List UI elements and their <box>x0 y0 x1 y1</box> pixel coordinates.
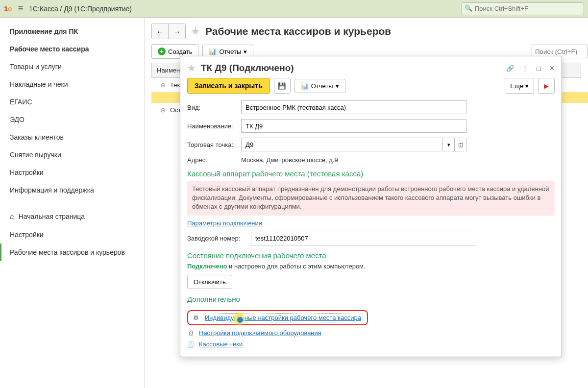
reports-label: Отчеты <box>311 82 333 90</box>
search-icon: 🔍 <box>465 4 472 12</box>
receipts-row: 🧾 Кассовые чеки <box>187 340 555 348</box>
sidebar-item-goods[interactable]: Товары и услуги <box>0 58 144 75</box>
kebab-icon[interactable]: ⋮ <box>522 65 528 72</box>
row-addr: Адрес: Москва, Дмитровское шоссе, д.9 <box>187 156 555 164</box>
dialog-head-icons: 🔗 ⋮ ◻ ✕ <box>506 65 555 72</box>
link-icon[interactable]: 🔗 <box>506 65 514 72</box>
sidebar-settings-2[interactable]: Настройки <box>0 226 144 243</box>
row-name: Наименование: <box>187 119 555 133</box>
hw-settings-link[interactable]: Настройки подключаемого оборудования <box>199 329 321 337</box>
dialog-title: ТК Д9 (Подключено) <box>201 63 294 73</box>
individual-settings-link[interactable]: Индивидуальные настройки рабочего места … <box>203 313 363 322</box>
point-input[interactable] <box>241 138 443 151</box>
collapse-icon[interactable]: ⊖ <box>160 81 167 89</box>
content: ← → ★ Рабочие места кассиров и курьеров … <box>145 18 588 388</box>
dialog-toolbar: Записать и закрыть 💾 📊Отчеты ▾ Еще ▾ ▶ <box>187 78 555 94</box>
sidebar-item-withdrawal[interactable]: Снятие выручки <box>0 146 144 164</box>
maximize-icon[interactable]: ◻ <box>536 65 541 72</box>
section-conn-title: Состояние подключения рабочего места <box>187 251 555 260</box>
create-label: Создать <box>168 48 192 55</box>
app-title: 1С:Касса / Д9 (1С:Предприятие) <box>29 5 132 13</box>
dialog-workplace: ★ ТК Д9 (Подключено) 🔗 ⋮ ◻ ✕ Записать и … <box>180 56 562 357</box>
nav-back-button[interactable]: ← <box>152 24 169 39</box>
point-label: Торговая точка: <box>187 141 241 148</box>
favorite-icon[interactable]: ★ <box>191 25 200 38</box>
sidebar-item-orders[interactable]: Заказы клиентов <box>0 128 144 146</box>
reports-label: Отчеты <box>219 48 241 55</box>
global-search-input[interactable] <box>462 2 584 15</box>
serial-input[interactable] <box>251 232 476 245</box>
row-point: Торговая точка: ▾ ◫ <box>187 138 555 151</box>
receipt-icon: 🧾 <box>187 340 195 348</box>
open-button[interactable]: ◫ <box>455 138 466 151</box>
conn-params-link[interactable]: Параметры подключения <box>187 219 262 227</box>
reports-button-2[interactable]: 📊Отчеты ▾ <box>294 79 345 93</box>
sidebar-section: Начальная страница Настройки Рабочие мес… <box>0 204 144 261</box>
page-header: ← → ★ Рабочие места кассиров и курьеров <box>151 24 588 39</box>
point-select: ▾ ◫ <box>241 138 466 151</box>
row-serial: Заводской номер: <box>187 232 555 245</box>
gear-icon: ⚙ <box>192 314 200 321</box>
hw-settings-row: ⎙ Настройки подключаемого оборудования <box>187 329 555 337</box>
sidebar: Приложение для ПК Рабочее место кассира … <box>0 18 145 388</box>
sidebar-item-invoices[interactable]: Накладные и чеки <box>0 75 144 93</box>
sidebar-item-settings[interactable]: Настройки <box>0 164 144 181</box>
section-kkm-title: Кассовый аппарат рабочего места (тестова… <box>187 170 555 178</box>
menu-icon[interactable]: ≡ <box>18 3 24 14</box>
save-icon: 💾 <box>278 82 286 90</box>
logo-1c: 1e <box>4 4 12 13</box>
status-ok: Подключено <box>187 263 227 270</box>
collapse-icon[interactable]: ⊖ <box>160 106 167 114</box>
receipts-link[interactable]: Кассовые чеки <box>199 340 243 348</box>
help-icon-button[interactable]: ▶ <box>538 78 555 94</box>
row-type: Вид: <box>187 100 555 114</box>
status-text: Подключено и настроено для работы с этим… <box>187 263 555 270</box>
sidebar-item-info[interactable]: Информация и поддержка <box>0 181 144 199</box>
sidebar-home[interactable]: Начальная страница <box>0 207 144 226</box>
close-icon[interactable]: ✕ <box>549 65 555 72</box>
cursor-indicator <box>237 317 243 323</box>
addr-label: Адрес: <box>187 156 241 164</box>
play-icon: ▶ <box>544 82 549 90</box>
global-search: 🔍 <box>462 2 584 15</box>
save-close-button[interactable]: Записать и закрыть <box>187 78 270 94</box>
sidebar-item-edo[interactable]: ЭДО <box>0 111 144 128</box>
app-header: 1e ≡ 1С:Касса / Д9 (1С:Предприятие) 🔍 <box>0 0 588 18</box>
section-extra-title: Дополнительно <box>187 295 555 303</box>
status-rest: и настроено для работы с этим компьютеро… <box>227 263 365 270</box>
sidebar-item-egais[interactable]: ЕГАИС <box>0 93 144 111</box>
chevron-down-icon: ▾ <box>525 82 529 90</box>
favorite-icon[interactable]: ★ <box>187 62 196 74</box>
type-label: Вид: <box>187 104 241 111</box>
name-input[interactable] <box>241 119 466 133</box>
device-icon: ⎙ <box>187 329 195 337</box>
name-label: Наименование: <box>187 122 241 130</box>
main: Приложение для ПК Рабочее место кассира … <box>0 18 588 388</box>
dialog-head: ★ ТК Д9 (Подключено) 🔗 ⋮ ◻ ✕ <box>187 62 555 74</box>
dropdown-button[interactable]: ▾ <box>443 138 455 151</box>
disconnect-button[interactable]: Отключить <box>187 275 232 289</box>
save-button[interactable]: 💾 <box>274 78 291 94</box>
report-icon: 📊 <box>209 48 217 55</box>
plus-icon: + <box>158 48 166 55</box>
sidebar-workplaces[interactable]: Рабочие места кассиров и курьеров <box>0 243 144 261</box>
page-title: Рабочие места кассиров и курьеров <box>205 25 391 37</box>
addr-value: Москва, Дмитровское шоссе, д.9 <box>241 156 338 164</box>
sidebar-item-app-pc[interactable]: Приложение для ПК <box>0 23 144 40</box>
nav-arrows: ← → <box>151 24 186 39</box>
sidebar-item-cashier-workplace[interactable]: Рабочее место кассира <box>0 40 144 58</box>
chevron-down-icon: ▾ <box>244 48 247 55</box>
report-icon: 📊 <box>301 82 309 90</box>
warning-text: Тестовый кассовый аппарат предназначен д… <box>187 181 555 216</box>
nav-forward-button[interactable]: → <box>169 24 185 39</box>
serial-label: Заводской номер: <box>187 235 251 242</box>
more-label: Еще <box>510 82 523 90</box>
highlighted-link-box: ⚙ Индивидуальные настройки рабочего мест… <box>187 310 368 325</box>
chevron-down-icon: ▾ <box>336 82 339 90</box>
type-input[interactable] <box>241 100 466 114</box>
more-button[interactable]: Еще ▾ <box>505 78 534 94</box>
